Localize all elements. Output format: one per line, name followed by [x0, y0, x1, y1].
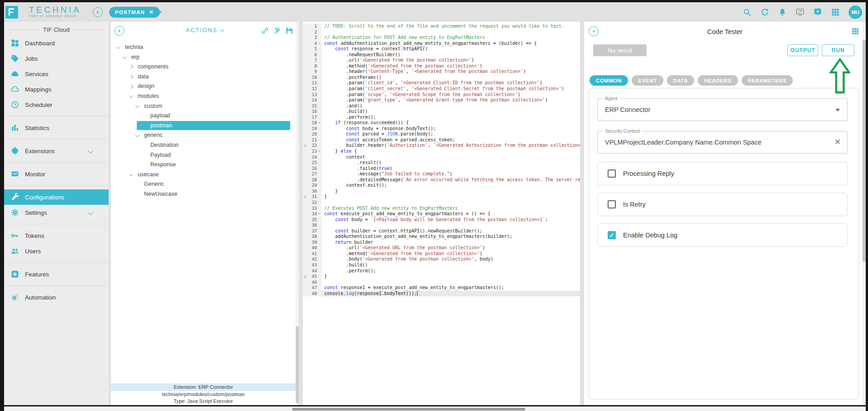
fold-marker[interactable]	[317, 69, 321, 75]
fold-marker[interactable]	[317, 137, 321, 143]
fold-marker[interactable]	[317, 52, 321, 58]
sidebar-item-dashboard[interactable]: Dashboard	[4, 35, 109, 51]
fold-marker[interactable]	[317, 46, 321, 52]
chevron-down-icon[interactable]	[116, 44, 121, 49]
clear-icon[interactable]: ✕	[834, 137, 841, 147]
tab-parameters[interactable]: PARAMETERS	[742, 75, 793, 86]
tree-item-postman[interactable]: postman	[111, 121, 296, 131]
add-pin-icon[interactable]	[813, 8, 822, 17]
fold-marker[interactable]	[317, 256, 321, 262]
tab-common[interactable]: COMMON	[590, 75, 628, 86]
sidebar-item-settings[interactable]: Settings	[4, 205, 109, 220]
tree-item-usecase[interactable]: usecase	[111, 170, 296, 180]
chevron-down-icon[interactable]	[129, 93, 134, 98]
sidebar-item-configurations[interactable]: Configurations	[4, 189, 109, 205]
sidebar-item-statistics[interactable]: Statistics	[4, 120, 109, 135]
fold-marker[interactable]	[317, 115, 321, 121]
fold-marker[interactable]	[317, 103, 321, 109]
avatar[interactable]: MU	[849, 5, 862, 19]
sidebar-item-jobs[interactable]: Jobs	[4, 51, 109, 66]
sidebar-item-tokens[interactable]: Tokens	[4, 228, 109, 243]
output-button[interactable]: OUTPUT	[787, 44, 818, 56]
cursor-disabled-icon[interactable]	[273, 27, 281, 35]
fold-marker[interactable]	[317, 274, 321, 280]
fold-marker[interactable]	[317, 126, 321, 132]
refresh-icon[interactable]	[760, 8, 769, 17]
collapse-tabs-icon[interactable]	[93, 7, 103, 17]
link-icon[interactable]	[261, 27, 269, 35]
chevron-down-icon[interactable]	[129, 172, 134, 176]
display-console-icon[interactable]	[796, 8, 805, 17]
fold-marker[interactable]: ▾	[317, 120, 321, 126]
search-icon[interactable]	[743, 8, 752, 17]
horizontal-scrollbar-thumb[interactable]	[292, 408, 525, 411]
fold-marker[interactable]	[317, 245, 321, 251]
fold-marker[interactable]	[317, 75, 321, 81]
security-context-field[interactable]: Security Context VPLMProjectLeader.Compa…	[597, 131, 848, 154]
fold-marker[interactable]	[317, 222, 321, 228]
tree-item-custom[interactable]: custom	[111, 102, 296, 111]
fold-marker[interactable]: ▾	[317, 41, 321, 47]
tester-scrollbar[interactable]	[863, 22, 866, 405]
chevron-right-icon[interactable]	[129, 84, 134, 89]
fold-marker[interactable]	[317, 234, 321, 240]
technia-logo-icon[interactable]	[5, 6, 18, 19]
fold-marker[interactable]	[317, 35, 321, 41]
apps-grid-icon[interactable]	[831, 8, 840, 17]
chevron-right-icon[interactable]	[129, 75, 134, 79]
fold-marker[interactable]	[317, 217, 321, 223]
fold-marker[interactable]	[317, 109, 321, 115]
tree-scrollbar[interactable]	[296, 22, 299, 405]
tree-item-newusecase[interactable]: NewUsecase	[111, 189, 296, 199]
fold-marker[interactable]	[317, 97, 321, 103]
fold-marker[interactable]: ▾	[317, 211, 321, 217]
fold-marker[interactable]	[317, 80, 321, 86]
sidebar-item-features[interactable]: Features	[4, 266, 109, 282]
fold-marker[interactable]	[317, 285, 321, 291]
fold-marker[interactable]	[317, 131, 321, 137]
tree-item-modules[interactable]: modules	[111, 92, 296, 102]
tab-data[interactable]: DATA	[667, 75, 695, 86]
tester-scrollbar-thumb[interactable]	[863, 40, 866, 262]
chevron-down-icon[interactable]	[123, 54, 127, 59]
code-editor[interactable]: 1// TODO: Scroll to the end of the file …	[303, 22, 580, 405]
checkbox-is-retry[interactable]	[608, 200, 616, 208]
sidebar-item-automation[interactable]: Automation	[4, 290, 109, 305]
fold-marker[interactable]	[317, 92, 321, 98]
fold-marker[interactable]	[317, 24, 321, 29]
fold-marker[interactable]	[317, 166, 321, 172]
tree-item-data[interactable]: data	[111, 72, 296, 82]
chevron-right-icon[interactable]	[129, 65, 134, 69]
fold-marker[interactable]	[317, 194, 321, 200]
sidebar-item-users[interactable]: Users	[4, 243, 109, 259]
horizontal-scrollbar[interactable]	[4, 405, 866, 411]
tree-item-design[interactable]: design	[111, 82, 296, 92]
chevron-down-icon[interactable]	[835, 109, 840, 111]
fold-marker[interactable]	[317, 240, 321, 246]
tree-scrollbar-thumb[interactable]	[296, 326, 299, 403]
fold-marker[interactable]	[317, 63, 321, 69]
fold-marker[interactable]	[317, 29, 321, 35]
fold-marker[interactable]	[317, 200, 321, 206]
run-button[interactable]: RUN	[822, 44, 854, 56]
tree-item-destination[interactable]: Destination	[111, 140, 296, 150]
chevron-down-icon[interactable]	[135, 133, 140, 137]
fold-marker[interactable]	[317, 155, 321, 160]
tree-item-erp[interactable]: erp	[111, 53, 296, 63]
fold-marker[interactable]	[317, 177, 321, 183]
open-tab-postman[interactable]: POSTMAN ✕	[109, 7, 160, 18]
checkbox-enable-debug-log[interactable]: ✓	[608, 231, 616, 239]
tree-item-technia[interactable]: technia	[111, 43, 296, 53]
tree-item-generic[interactable]: generic	[111, 131, 296, 140]
sidebar-item-monitor[interactable]: Monitor	[4, 166, 109, 182]
checkbox-processing-reply[interactable]	[608, 169, 616, 178]
chevron-down-icon[interactable]	[135, 103, 140, 108]
save-icon[interactable]	[285, 27, 293, 35]
fold-marker[interactable]	[317, 58, 321, 63]
fold-marker[interactable]: ▾	[317, 149, 321, 155]
tree-item-payload[interactable]: Payload	[111, 150, 296, 160]
tab-event[interactable]: EVENT	[632, 75, 663, 86]
fold-marker[interactable]	[317, 160, 321, 166]
sidebar-item-scheduler[interactable]: Scheduler	[4, 97, 109, 112]
fold-marker[interactable]	[317, 206, 321, 212]
